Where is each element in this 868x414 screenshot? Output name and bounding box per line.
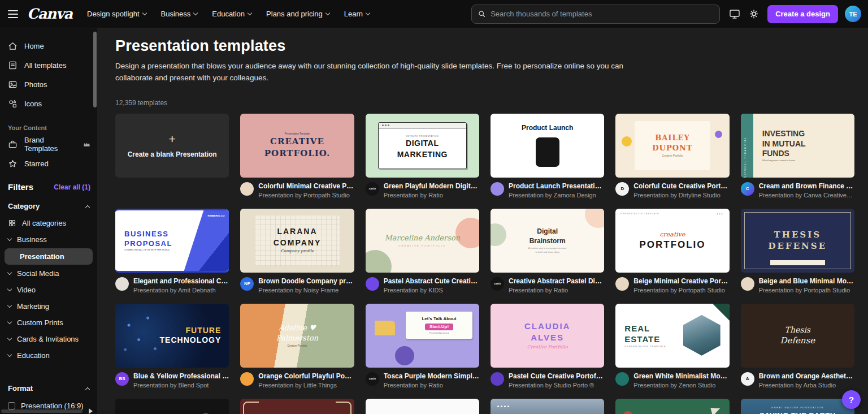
checkbox[interactable] [8, 402, 15, 409]
template-card[interactable]: GREAT NATURE FOUNDATIONSAVING THE EARTH [741, 399, 854, 414]
nav-design-spotlight[interactable]: Design spotlight [87, 10, 146, 18]
sidebar-horizontal-scrollbar[interactable] [1, 409, 83, 413]
category-item-custom-prints[interactable]: Custom Prints [0, 314, 97, 331]
template-card[interactable] [366, 399, 479, 414]
clear-all-link[interactable]: Clear all (1) [54, 183, 90, 191]
template-thumbnail[interactable]: DigitalBrainstormA creative way to encou… [491, 209, 604, 273]
menu-icon[interactable] [8, 10, 18, 18]
template-thumbnail[interactable]: CLAUDIAALVESCreative Portfolio [491, 304, 604, 368]
template-card[interactable]: Product Launch Product Launch Presentati… [491, 114, 604, 199]
thumb-text: Company profile [281, 249, 314, 254]
thumb-text: Marceline Anderson [385, 234, 461, 243]
sidebar-item-icons[interactable]: Icons [0, 94, 97, 113]
sidebar-item-home[interactable]: Home [0, 36, 97, 55]
template-thumbnail[interactable]: THESISDEFENSE [741, 209, 854, 273]
template-thumbnail[interactable] [491, 399, 604, 414]
template-card[interactable]: BACK TO [615, 399, 729, 414]
desktop-app-icon[interactable] [729, 8, 740, 19]
settings-gear-icon[interactable] [748, 8, 760, 19]
template-thumbnail[interactable]: PRESENTATION TEMPLATEcreativePORTFOLIO [615, 209, 729, 273]
help-button[interactable]: ? [842, 390, 861, 409]
template-card[interactable]: BAILEYDUPONTCreative Portfolio D Colorfu… [615, 114, 729, 199]
template-thumbnail[interactable]: Product Launch [491, 114, 604, 178]
sidebar-item-label: Home [24, 42, 44, 50]
template-card[interactable]: KEYNOTE PRESENTATIONDIGITALMARKETING rat… [366, 114, 479, 199]
nav-label: Business [161, 10, 191, 18]
template-card[interactable]: Let's Talk AboutStart-Up!Presented by Li… [366, 304, 479, 389]
category-item-marketing[interactable]: Marketing [0, 298, 97, 314]
thumb-text: REAL [624, 324, 650, 334]
template-thumbnail[interactable]: ThesisDefense [741, 304, 854, 368]
template-thumbnail[interactable]: BACK TO [615, 399, 729, 414]
canva-logo[interactable]: Canva [27, 6, 72, 22]
template-card[interactable]: RIMBERIO.COBUSINESSPROPOSALCONNECTING AL… [115, 209, 229, 294]
sidebar-item-starred[interactable]: Starred [0, 154, 97, 173]
template-card[interactable]: LARANACOMPANYCompany profile NF Brown Do… [240, 209, 354, 294]
sidebar-item-label: Brand Templates [24, 136, 76, 153]
template-card[interactable]: Adeline ♥PalmerstonCreative Portfolio Or… [240, 304, 354, 389]
template-thumbnail[interactable]: Presentation TemplateCREATIVEPORTFOLIO. [240, 114, 354, 178]
template-card[interactable]: Discovering [240, 399, 354, 414]
template-thumbnail[interactable]: Adeline ♥PalmerstonCreative Portfolio [240, 304, 354, 368]
template-thumbnail[interactable]: LARANACOMPANYCompany profile [240, 209, 354, 273]
blank-thumbnail[interactable]: + Create a blank Presentation [115, 114, 229, 178]
sidebar-item-all-templates[interactable]: All templates [0, 55, 97, 75]
template-thumbnail[interactable]: KEYNOTE PRESENTATIONDIGITALMARKETING [366, 114, 479, 178]
template-thumbnail[interactable]: Let's Talk AboutStart-Up!Presented by Li… [366, 304, 479, 368]
template-card[interactable]: CLAUDIAALVESCreative Portfolio Pastel Cu… [491, 304, 604, 389]
template-thumbnail[interactable]: Marceline AndersonCREATIVE PORTFOLIO [366, 209, 479, 273]
template-meta: A Brown and Orange Aesthetic The... Pres… [741, 372, 854, 389]
template-thumbnail[interactable]: RIMBERIO.COBUSINESSPROPOSALCONNECTING AL… [115, 209, 229, 273]
user-avatar[interactable]: TE [845, 6, 861, 22]
category-item-business[interactable]: Business [0, 231, 97, 248]
format-section-header[interactable]: Format [0, 377, 97, 397]
template-card[interactable]: THESISDEFENSE Beige and Blue Minimal Mod… [741, 209, 854, 294]
nav-business[interactable]: Business [161, 10, 198, 18]
template-author: Presentation by KIDS [384, 287, 479, 294]
pro-crown-icon [83, 141, 90, 147]
sidebar-item-brand-templates[interactable]: Brand Templates [0, 135, 97, 154]
template-card[interactable]: Presentation TemplateCREATIVEPORTFOLIO. … [240, 114, 354, 199]
nav-plans-pricing[interactable]: Plans and pricing [266, 10, 329, 18]
template-card[interactable]: SITWELL FINANCIALINVESTINGIN MUTUALFUNDS… [741, 114, 854, 199]
thumb-text: RIMBERIO.CO [208, 214, 225, 218]
category-item-education[interactable]: Education [0, 347, 97, 364]
template-card[interactable]: DigitalBrainstormA creative way to encou… [491, 209, 604, 294]
template-title: Cream and Brown Finance Presen... [759, 182, 854, 190]
category-item-presentation-active[interactable]: Presentation [5, 248, 93, 265]
template-card[interactable]: PRESENTATION TEMPLATEcreativePORTFOLIO B… [615, 209, 729, 294]
create-blank-card[interactable]: + Create a blank Presentation [115, 114, 229, 199]
template-card[interactable] [491, 399, 604, 414]
template-author: Presentation by Ratio [384, 192, 479, 199]
category-item-video[interactable]: Video [0, 282, 97, 298]
template-thumbnail[interactable]: Discovering [240, 399, 354, 414]
category-item-social-media[interactable]: Social Media [0, 265, 97, 282]
template-thumbnail[interactable] [366, 399, 479, 414]
template-card[interactable]: ThesisDefense A Brown and Orange Aesthet… [741, 304, 854, 389]
template-thumbnail[interactable]: REALESTATEPRESENTATION TEMPLATE [615, 304, 729, 368]
thumb-text: TECHNOLOGY [160, 335, 222, 346]
template-thumbnail[interactable]: BAILEYDUPONTCreative Portfolio [615, 114, 729, 178]
template-card[interactable]: PROGRAMMING [115, 399, 229, 414]
thumbnail-content: RIMBERIO.COBUSINESSPROPOSALCONNECTING AL… [115, 210, 229, 271]
template-meta: C Cream and Brown Finance Presen... Pres… [741, 182, 854, 199]
template-thumbnail[interactable]: GREAT NATURE FOUNDATIONSAVING THE EARTH [741, 399, 854, 414]
template-card[interactable]: FUTURETECHNOLOGY BS Blue & Yellow Profes… [115, 304, 229, 389]
your-content-label: Your Content [8, 124, 97, 131]
template-thumbnail[interactable]: SITWELL FINANCIALINVESTINGIN MUTUALFUNDS… [741, 114, 854, 178]
template-thumbnail[interactable]: FUTURETECHNOLOGY [115, 304, 229, 368]
template-card[interactable]: REALESTATEPRESENTATION TEMPLATE Green Wh… [615, 304, 729, 389]
sidebar-scrollbar[interactable] [93, 32, 97, 107]
template-card[interactable]: Marceline AndersonCREATIVE PORTFOLIO Pas… [366, 209, 479, 294]
template-thumbnail[interactable]: PROGRAMMING [115, 399, 229, 414]
nav-learn[interactable]: Learn [344, 10, 370, 18]
search-bar[interactable] [471, 5, 720, 24]
sidebar-item-photos[interactable]: Photos [0, 75, 97, 94]
category-item-cards-invitations[interactable]: Cards & Invitations [0, 331, 97, 347]
search-input[interactable] [491, 10, 714, 18]
category-section-header[interactable]: Category [0, 195, 97, 215]
category-item-all-categories[interactable]: All categories [0, 215, 97, 231]
create-design-button[interactable]: Create a design [767, 5, 838, 23]
nav-education[interactable]: Education [212, 10, 251, 18]
scroll-right-arrow-icon[interactable] [89, 408, 93, 414]
